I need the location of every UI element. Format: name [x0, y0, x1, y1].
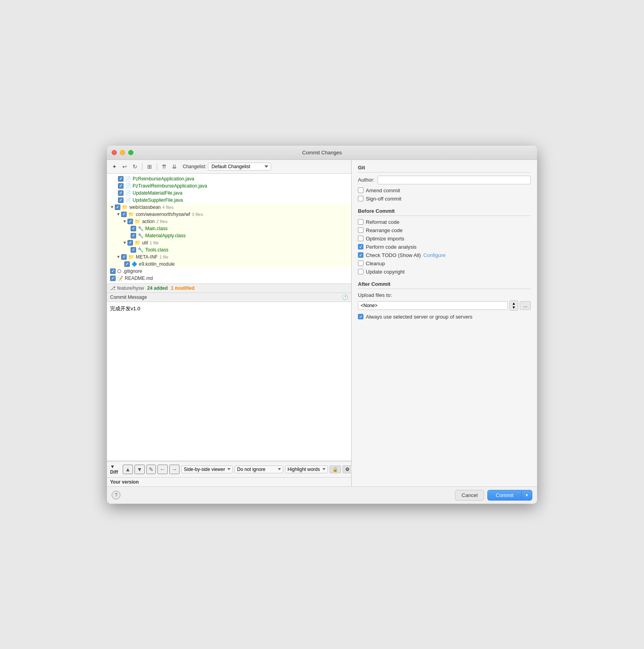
- nav-up-button[interactable]: ▲: [123, 465, 133, 474]
- folder-icon: 📁: [128, 254, 134, 260]
- file-checkbox[interactable]: [115, 204, 120, 210]
- highlight-select[interactable]: Highlight words Highlight lines No highl…: [285, 465, 328, 473]
- close-button[interactable]: [112, 150, 117, 155]
- refresh-icon[interactable]: ↻: [131, 162, 139, 171]
- cleanup-row: Cleanup: [358, 261, 531, 266]
- list-item[interactable]: 🔧 Tools.class: [107, 246, 351, 253]
- main-content: ✦ ↩ ↻ ⊞ ⇈ ⇊ Changelist: Default Changeli…: [107, 160, 537, 486]
- upload-select[interactable]: <None>: [358, 301, 508, 310]
- file-checkbox[interactable]: [131, 233, 136, 238]
- list-item[interactable]: ▼ 📁 action 2 files: [107, 218, 351, 225]
- file-checkbox[interactable]: [121, 254, 127, 260]
- file-tree: 📄 PzReimburseApplication.java 📄 PzTravel…: [107, 174, 351, 283]
- upload-row: <None> ▲▼ …: [358, 300, 531, 311]
- file-checkbox[interactable]: [131, 226, 136, 231]
- list-item[interactable]: 📄 UpdateMaterialFile.java: [107, 189, 351, 197]
- help-button[interactable]: ?: [112, 491, 120, 499]
- cleanup-label: Cleanup: [366, 261, 385, 266]
- configure-link[interactable]: Configure: [423, 252, 446, 258]
- folder-icon: 📁: [135, 219, 140, 224]
- file-checkbox[interactable]: [118, 176, 124, 182]
- code-analysis-row: Perform code analysis: [358, 244, 531, 250]
- list-item[interactable]: ▼ 📁 com/weavernorth/hysw/wf 3 files: [107, 211, 351, 218]
- file-name: PzReimburseApplication.java: [133, 176, 194, 182]
- file-count: 2 files: [156, 219, 168, 224]
- file-checkbox[interactable]: [118, 190, 124, 196]
- list-item[interactable]: 📄 PzTravelReimburseApplication.java: [107, 182, 351, 189]
- cleanup-checkbox[interactable]: [358, 261, 363, 266]
- list-item[interactable]: 🔧 MaterialApply.class: [107, 232, 351, 239]
- file-name: UpdateSupplierFile.java: [133, 197, 183, 203]
- undo-icon[interactable]: ↩: [120, 162, 129, 171]
- md-file-icon: 📝: [117, 276, 123, 281]
- list-item[interactable]: ▼ 📁 util 1 file: [107, 239, 351, 246]
- folder-icon: 📁: [122, 204, 128, 210]
- rearrange-checkbox[interactable]: [358, 227, 363, 233]
- status-bar: ⎇ feature/hysw 24 added 1 modified: [107, 283, 351, 293]
- maximize-button[interactable]: [128, 150, 133, 155]
- sign-off-checkbox[interactable]: [358, 196, 363, 201]
- commit-button[interactable]: Commit: [487, 490, 521, 501]
- file-checkbox[interactable]: [110, 276, 116, 281]
- branch-name: feature/hysw: [117, 285, 144, 291]
- dir-name: com/weavernorth/hysw/wf: [136, 212, 190, 217]
- file-name: MaterialApply.class: [145, 233, 185, 238]
- author-label: Author:: [358, 177, 374, 183]
- java-file-icon: 📄: [125, 176, 131, 182]
- file-checkbox[interactable]: [118, 197, 124, 203]
- file-count: 4 files: [162, 205, 174, 210]
- update-copyright-row: Update copyright: [358, 269, 531, 275]
- file-checkbox[interactable]: [121, 212, 127, 217]
- file-checkbox[interactable]: [110, 268, 116, 274]
- list-item[interactable]: ⬡ .gitignore: [107, 268, 351, 275]
- reformat-row: Reformat code: [358, 219, 531, 225]
- list-item[interactable]: ▼ 📁 web/classbean 4 files: [107, 204, 351, 211]
- ignore-select[interactable]: Do not ignore Ignore whitespace: [234, 465, 283, 473]
- check-todo-checkbox[interactable]: [358, 252, 363, 258]
- file-checkbox[interactable]: [118, 183, 124, 189]
- upload-more-button[interactable]: …: [520, 301, 531, 310]
- list-item[interactable]: 🔷 e9.kotlin_module: [107, 261, 351, 268]
- optimize-checkbox[interactable]: [358, 236, 363, 241]
- file-checkbox[interactable]: [131, 247, 136, 253]
- list-item[interactable]: 📄 UpdateSupplierFile.java: [107, 197, 351, 204]
- list-item[interactable]: 🔧 Main.class: [107, 225, 351, 232]
- commit-dropdown-button[interactable]: ▼: [521, 490, 532, 501]
- file-name: Main.class: [145, 226, 168, 231]
- minimize-button[interactable]: [120, 150, 125, 155]
- changelist-select[interactable]: Default Changelist: [208, 163, 271, 171]
- reformat-checkbox[interactable]: [358, 219, 363, 225]
- settings-button[interactable]: ⚙: [343, 465, 352, 473]
- nav-prev-button[interactable]: ←: [157, 465, 168, 474]
- list-item[interactable]: 📝 README.md: [107, 275, 351, 282]
- cancel-button[interactable]: Cancel: [455, 490, 484, 501]
- update-copyright-checkbox[interactable]: [358, 269, 363, 274]
- before-commit-title: Before Commit: [358, 208, 531, 216]
- group-icon[interactable]: ⊞: [145, 162, 154, 171]
- nav-next-button[interactable]: →: [169, 465, 180, 474]
- viewer-select[interactable]: Side-by-side viewer Unified viewer: [181, 465, 233, 473]
- file-checkbox[interactable]: [127, 240, 133, 246]
- file-checkbox[interactable]: [127, 219, 133, 224]
- commit-message-header: Commit Message 🕐: [107, 293, 351, 302]
- lock-button[interactable]: 🔒: [329, 465, 341, 473]
- file-name: Tools.class: [145, 247, 168, 253]
- collapse-all-icon[interactable]: ⇊: [170, 162, 179, 171]
- commit-message-input[interactable]: 完成开发v1.0: [107, 302, 351, 460]
- list-item[interactable]: 📄 PzReimburseApplication.java: [107, 175, 351, 182]
- sync-icon[interactable]: ✦: [110, 162, 119, 171]
- code-analysis-checkbox[interactable]: [358, 244, 363, 249]
- expand-all-icon[interactable]: ⇈: [160, 162, 168, 171]
- chevron-down-icon: ▼: [116, 212, 120, 216]
- branch-icon: ⎇: [110, 285, 116, 291]
- list-item[interactable]: ▼ 📁 META-INF 1 file: [107, 253, 351, 261]
- diff-header: ▼ Diff ▲ ▼ ✎ ← → Side-by-side viewer Uni…: [107, 461, 351, 478]
- edit-button[interactable]: ✎: [146, 465, 156, 474]
- file-checkbox[interactable]: [124, 261, 130, 267]
- always-use-checkbox[interactable]: [358, 314, 363, 319]
- amend-commit-checkbox[interactable]: [358, 188, 363, 193]
- upload-spinner[interactable]: ▲▼: [509, 300, 518, 311]
- nav-down-button[interactable]: ▼: [135, 465, 145, 474]
- author-input[interactable]: [378, 176, 531, 184]
- upload-label: Upload files to:: [358, 292, 531, 298]
